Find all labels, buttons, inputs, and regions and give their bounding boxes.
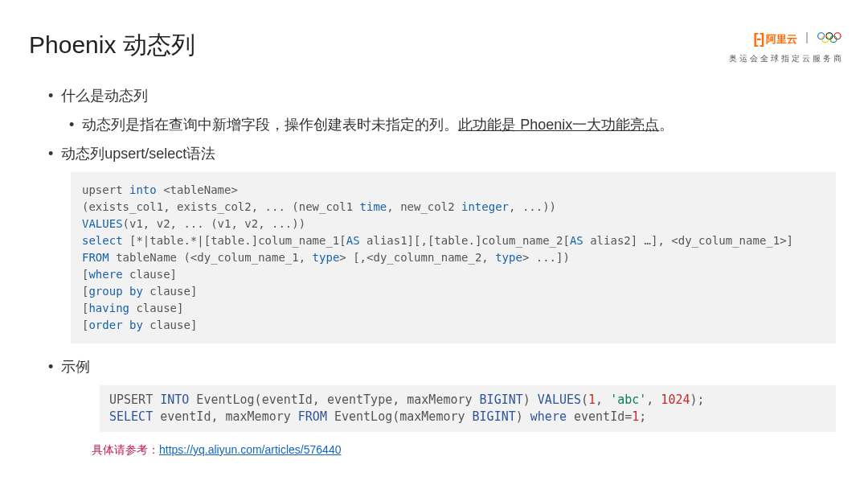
bullet-text: 动态列upsert/select语法 xyxy=(61,143,215,164)
reference-line: 具体请参考：https://yq.aliyun.com/articles/576… xyxy=(92,443,836,458)
text-pre: 动态列是指在查询中新增字段，操作创建表时未指定的列。 xyxy=(82,117,458,133)
page-title: Phoenix 动态列 xyxy=(29,29,195,62)
code-block-example: UPSERT INTO EventLog(eventId, eventType,… xyxy=(100,385,836,432)
bullet-what-is-detail: • 动态列是指在查询中新增字段，操作创建表时未指定的列。此功能是 Phoenix… xyxy=(69,114,836,135)
svg-point-2 xyxy=(834,33,841,39)
bullet-syntax: • 动态列upsert/select语法 xyxy=(48,143,836,164)
text-highlight: 此功能是 Phoenix一大功能亮点 xyxy=(458,117,659,133)
aliyun-text: 阿里云 xyxy=(766,32,797,47)
svg-point-1 xyxy=(826,33,833,39)
bullet-example: • 示例 xyxy=(48,356,836,377)
aliyun-bracket-icon: [-] xyxy=(753,31,763,47)
bullet-marker-icon: • xyxy=(48,85,53,106)
logo-divider: | xyxy=(805,31,809,43)
text-post: 。 xyxy=(659,117,674,133)
bullet-marker-icon: • xyxy=(48,143,53,164)
svg-point-3 xyxy=(822,36,829,43)
olympic-rings-icon xyxy=(817,31,844,45)
logo-cluster: [-] 阿里云 | xyxy=(753,31,844,47)
bullet-marker-icon: • xyxy=(48,356,53,377)
reference-link[interactable]: https://yq.aliyun.com/articles/576440 xyxy=(159,443,341,456)
aliyun-logo: [-] 阿里云 xyxy=(753,31,797,47)
bullet-text: 什么是动态列 xyxy=(61,85,148,106)
reference-label: 具体请参考： xyxy=(92,443,159,456)
bullet-text: 示例 xyxy=(61,356,90,377)
content-area: • 什么是动态列 • 动态列是指在查询中新增字段，操作创建表时未指定的列。此功能… xyxy=(48,85,836,458)
bullet-text: 动态列是指在查询中新增字段，操作创建表时未指定的列。此功能是 Phoenix一大… xyxy=(82,114,674,135)
code-block-syntax: upsert into <tableName> (exists_col1, ex… xyxy=(71,172,836,343)
svg-point-0 xyxy=(818,33,825,39)
bullet-marker-icon: • xyxy=(69,114,74,135)
svg-point-4 xyxy=(830,36,837,43)
bullet-what-is: • 什么是动态列 xyxy=(48,85,836,106)
sponsor-text: 奥运会全球指定云服务商 xyxy=(729,53,844,64)
